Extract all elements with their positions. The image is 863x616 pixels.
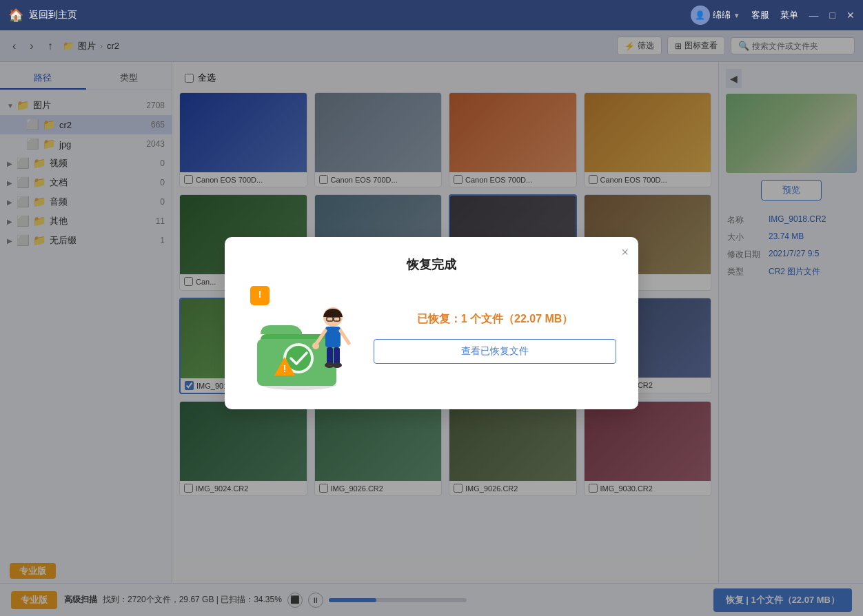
view-recovered-button[interactable]: 查看已恢复文件: [374, 339, 616, 364]
modal-illustration: !: [247, 283, 357, 393]
svg-rect-15: [327, 347, 333, 365]
avatar: 👤: [691, 6, 710, 25]
minimize-button[interactable]: —: [809, 10, 819, 21]
svg-rect-16: [334, 347, 340, 365]
modal-body: !: [247, 283, 616, 393]
svg-text:!: !: [283, 363, 287, 374]
titlebar-right: 👤 绵绵 ▼ 客服 菜单 — □ ✕: [691, 6, 855, 25]
titlebar: 🏠 返回到主页 👤 绵绵 ▼ 客服 菜单 — □ ✕: [0, 0, 863, 30]
maximize-button[interactable]: □: [830, 10, 835, 21]
svg-point-18: [332, 362, 342, 368]
svg-text:!: !: [258, 289, 262, 300]
restore-illustration: !: [247, 283, 357, 393]
modal-right: 已恢复：1 个文件（22.07 MB） 查看已恢复文件: [374, 312, 616, 364]
restore-complete-modal: × 恢复完成: [225, 237, 638, 409]
svg-point-14: [312, 342, 319, 349]
avatar-wrap[interactable]: 👤 绵绵 ▼: [691, 6, 740, 25]
chevron-down-icon: ▼: [733, 12, 740, 19]
modal-overlay[interactable]: × 恢复完成: [0, 30, 863, 616]
service-label[interactable]: 客服: [751, 9, 769, 21]
user-name: 绵绵: [713, 9, 731, 21]
svg-rect-11: [325, 327, 341, 347]
modal-close-button[interactable]: ×: [621, 245, 629, 260]
titlebar-left: 🏠 返回到主页: [8, 8, 77, 23]
modal-desc-suffix: ）: [562, 313, 573, 325]
close-button[interactable]: ✕: [846, 10, 855, 21]
svg-line-13: [341, 331, 349, 343]
home-icon: 🏠: [8, 8, 23, 23]
modal-desc-prefix: 已恢复：1 个文件（: [417, 313, 514, 325]
modal-desc-size: 22.07 MB: [514, 313, 562, 325]
menu-label[interactable]: 菜单: [780, 9, 798, 21]
home-label[interactable]: 返回到主页: [29, 9, 77, 21]
modal-desc: 已恢复：1 个文件（22.07 MB）: [417, 312, 573, 327]
modal-title: 恢复完成: [407, 256, 456, 273]
